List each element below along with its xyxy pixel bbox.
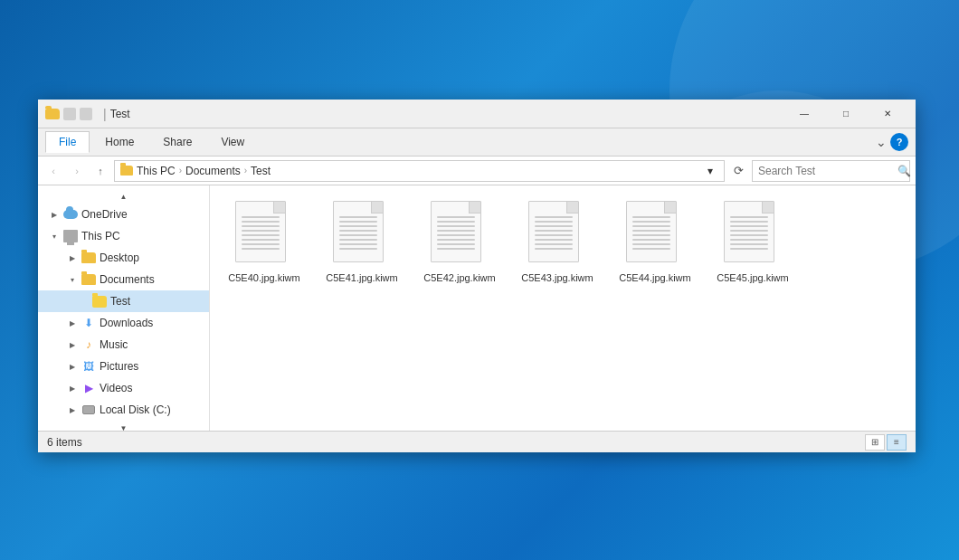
sidebar-scroll-up[interactable]: ▲ (38, 189, 209, 204)
ribbon: File Home Share View ⌄ ? (38, 128, 916, 157)
file-name-0: C5E40.jpg.kiwm (228, 271, 299, 284)
minimize-button[interactable]: — (783, 100, 825, 128)
maximize-button[interactable]: □ (825, 100, 867, 128)
test-label: Test (110, 295, 130, 308)
sidebar-item-music[interactable]: ▶ ♪ Music (38, 334, 209, 356)
sidebar-item-videos[interactable]: ▶ ▶ Videos (38, 377, 209, 399)
ribbon-tabs: File Home Share View ⌄ ? (38, 128, 916, 156)
address-path[interactable]: This PC › Documents › Test ▾ (114, 160, 725, 182)
address-dropdown-btn[interactable]: ▾ (702, 165, 718, 177)
file-item[interactable]: C5E40.jpg.kiwm (219, 195, 309, 290)
sidebar-item-pictures[interactable]: ▶ 🖼 Pictures (38, 356, 209, 377)
desktop-folder-icon (81, 251, 96, 265)
file-name-1: C5E41.jpg.kiwm (326, 271, 397, 284)
file-item[interactable]: C5E43.jpg.kiwm (512, 195, 603, 290)
localdisk-label: Local Disk (C:) (100, 403, 171, 416)
expand-localdisk-icon: ▶ (67, 404, 78, 415)
doc-icon-0 (235, 201, 286, 262)
main-area: ▲ ▶ OneDrive ▾ This PC ▶ (38, 185, 916, 431)
videos-label: Videos (100, 382, 132, 394)
tab-file[interactable]: File (45, 131, 90, 153)
search-icon[interactable]: 🔍 (897, 165, 911, 177)
documents-label: Documents (100, 273, 155, 286)
title-arrow-icon (80, 108, 92, 120)
large-icons-view-btn[interactable]: ≡ (887, 434, 907, 451)
file-icon-3 (528, 201, 586, 268)
title-bar: | Test — □ ✕ (38, 100, 916, 128)
expand-desktop-icon: ▶ (67, 252, 78, 263)
expand-music-icon: ▶ (67, 339, 78, 350)
downloads-icon: ⬇ (81, 316, 96, 330)
tab-view[interactable]: View (207, 131, 258, 153)
sidebar-item-downloads[interactable]: ▶ ⬇ Downloads (38, 312, 209, 334)
file-icon-5 (724, 201, 782, 268)
content-area: C5E40.jpg.kiwm C5E41.jpg.kiwm C5E42.jpg.… (210, 185, 916, 431)
status-bar: 6 items ⊞ ≡ (38, 431, 916, 452)
file-item[interactable]: C5E45.jpg.kiwm (707, 195, 798, 290)
forward-button[interactable]: › (67, 161, 87, 181)
file-item[interactable]: C5E44.jpg.kiwm (610, 195, 700, 290)
sidebar-item-onedrive[interactable]: ▶ OneDrive (38, 204, 209, 225)
breadcrumb-test[interactable]: Test (251, 165, 271, 177)
view-buttons: ⊞ ≡ (865, 434, 907, 451)
sidebar-item-thispc[interactable]: ▾ This PC (38, 225, 209, 247)
file-icon-1 (333, 201, 391, 268)
onedrive-label: OneDrive (81, 208, 128, 221)
file-item[interactable]: C5E41.jpg.kiwm (317, 195, 407, 290)
title-pin-icon (63, 108, 76, 120)
ribbon-expand: ⌄ ? (876, 133, 908, 151)
up-button[interactable]: ↑ (90, 161, 110, 181)
address-bar: ‹ › ↑ This PC › Documents › Test ▾ ⟳ 🔍 (38, 157, 916, 185)
file-icon-2 (431, 201, 489, 268)
sidebar: ▲ ▶ OneDrive ▾ This PC ▶ (38, 185, 210, 431)
file-name-5: C5E45.jpg.kiwm (717, 271, 788, 284)
sidebar-item-desktop[interactable]: ▶ Desktop (38, 247, 209, 269)
doc-icon-5 (724, 201, 774, 262)
title-bar-icons (45, 108, 92, 120)
onedrive-icon (63, 207, 78, 222)
item-count: 6 items (47, 436, 865, 449)
file-name-2: C5E42.jpg.kiwm (423, 271, 495, 284)
details-view-btn[interactable]: ⊞ (865, 434, 885, 451)
pictures-icon: 🖼 (81, 359, 96, 374)
search-box: 🔍 (752, 160, 910, 182)
window-title: Test (110, 108, 783, 120)
hdd-icon (81, 403, 96, 417)
sidebar-scroll-down[interactable]: ▼ (38, 421, 209, 431)
search-input[interactable] (758, 165, 894, 177)
music-label: Music (100, 338, 128, 351)
close-button[interactable]: ✕ (867, 100, 908, 128)
refresh-button[interactable]: ⟳ (728, 161, 748, 181)
tab-share[interactable]: Share (149, 131, 205, 153)
doc-icon-4 (626, 201, 677, 262)
expand-onedrive-icon: ▶ (49, 209, 60, 220)
file-icon-0 (235, 201, 293, 268)
help-button[interactable]: ? (890, 133, 908, 151)
file-item[interactable]: C5E42.jpg.kiwm (414, 195, 505, 290)
doc-icon-3 (528, 201, 579, 262)
file-icon-4 (626, 201, 684, 268)
title-folder-icon (45, 109, 60, 119)
ribbon-collapse-icon[interactable]: ⌄ (876, 135, 887, 149)
expand-documents-icon: ▾ (67, 274, 78, 285)
tab-home[interactable]: Home (91, 131, 147, 153)
music-icon: ♪ (81, 337, 96, 352)
sidebar-item-documents[interactable]: ▾ Documents (38, 269, 209, 290)
breadcrumb-documents[interactable]: Documents (185, 165, 241, 177)
doc-icon-2 (431, 201, 481, 262)
videos-icon: ▶ (81, 381, 96, 395)
thispc-label: This PC (81, 230, 120, 242)
breadcrumb-this-pc[interactable]: This PC (137, 165, 176, 177)
sidebar-item-test[interactable]: ▶ Test (38, 290, 209, 312)
back-button[interactable]: ‹ (43, 161, 63, 181)
expand-pictures-icon: ▶ (67, 361, 78, 372)
documents-folder-icon (81, 272, 96, 287)
explorer-window: | Test — □ ✕ File Home Share View ⌄ ? ‹ … (38, 100, 916, 452)
downloads-label: Downloads (100, 317, 153, 329)
sidebar-item-localdisk[interactable]: ▶ Local Disk (C:) (38, 399, 209, 421)
path-sep-2: › (244, 166, 247, 176)
file-name-4: C5E44.jpg.kiwm (619, 271, 690, 284)
expand-downloads-icon: ▶ (67, 318, 78, 328)
test-folder-icon (92, 294, 107, 308)
title-separator: | (103, 107, 107, 121)
